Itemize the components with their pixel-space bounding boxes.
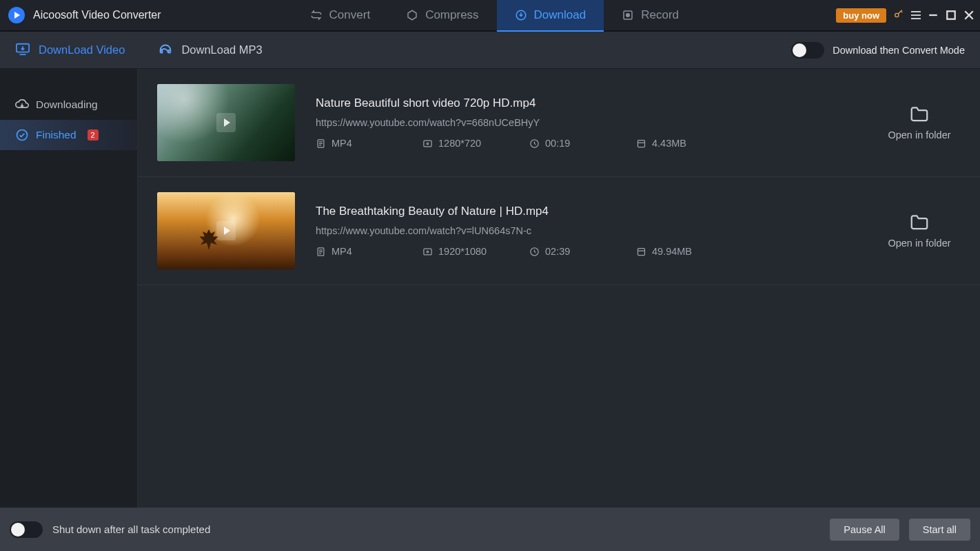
- maximize-button[interactable]: [946, 10, 957, 21]
- tab-compress[interactable]: Compress: [388, 0, 496, 30]
- shutdown-toggle[interactable]: [10, 521, 43, 538]
- svg-point-17: [427, 143, 429, 145]
- tab-download[interactable]: Download: [497, 0, 604, 30]
- check-circle-icon: [15, 128, 29, 142]
- video-meta: The Breathtaking Beauty of Nature | HD.m…: [316, 205, 857, 257]
- convert-icon: [310, 9, 323, 21]
- start-all-button[interactable]: Start all: [909, 519, 970, 541]
- svg-rect-25: [424, 249, 431, 255]
- titlebar-right: buy now: [836, 8, 980, 23]
- download-mp3-button[interactable]: DownLoad MP3: [158, 41, 262, 59]
- svg-rect-19: [638, 140, 645, 147]
- convert-mode-toggle-wrap: Download then Convert Mode: [791, 42, 965, 59]
- play-overlay-icon: [216, 221, 236, 240]
- svg-rect-6: [947, 11, 955, 19]
- svg-point-4: [895, 13, 899, 17]
- stat-size: 49.94MB: [636, 246, 702, 257]
- open-in-folder-button[interactable]: Open in folder: [878, 213, 961, 249]
- svg-rect-28: [638, 248, 645, 255]
- video-url: https://www.youtube.com/watch?v=lUN664s7…: [316, 225, 857, 236]
- buy-now-button[interactable]: buy now: [836, 8, 886, 23]
- minimize-button[interactable]: [928, 10, 939, 21]
- key-icon[interactable]: [893, 8, 904, 22]
- video-stats: MP4 1280*720 00:19 4.43MB: [316, 138, 857, 149]
- resolution-icon: [422, 247, 433, 257]
- svg-rect-16: [424, 141, 431, 147]
- video-title: The Breathtaking Beauty of Nature | HD.m…: [316, 205, 857, 218]
- menu-icon[interactable]: [911, 11, 921, 19]
- record-icon: [622, 9, 634, 21]
- download-row: Nature Beautiful short video 720p HD.mp4…: [138, 69, 980, 177]
- format-icon: [316, 247, 326, 257]
- body: Downloading Finished 2 Nature Beautiful …: [0, 69, 980, 508]
- tab-convert[interactable]: Convert: [292, 0, 389, 30]
- video-thumbnail[interactable]: [157, 84, 295, 161]
- download-icon: [515, 9, 527, 21]
- clock-icon: [529, 247, 540, 257]
- convert-mode-label: Download then Convert Mode: [833, 45, 965, 56]
- format-icon: [316, 138, 326, 149]
- video-thumbnail[interactable]: [157, 192, 295, 269]
- folder-icon: [909, 213, 930, 231]
- play-overlay-icon: [216, 113, 236, 132]
- stat-format: MP4: [316, 138, 381, 149]
- app-title: Aicoosoft Video Converter: [33, 9, 161, 21]
- subbar: DownLoad Video DownLoad MP3 Download the…: [0, 32, 980, 69]
- compress-icon: [406, 9, 418, 21]
- video-meta: Nature Beautiful short video 720p HD.mp4…: [316, 96, 857, 149]
- download-video-icon: [15, 42, 30, 59]
- content-list: Nature Beautiful short video 720p HD.mp4…: [138, 69, 980, 508]
- stat-format: MP4: [316, 246, 381, 257]
- sidebar: Downloading Finished 2: [0, 69, 138, 508]
- size-icon: [636, 247, 646, 257]
- download-video-label: DownLoad Video: [39, 43, 125, 56]
- shutdown-label: Shut down after all task completed: [52, 523, 210, 535]
- sidebar-downloading-label: Downloading: [36, 98, 98, 111]
- svg-point-26: [427, 251, 429, 253]
- sidebar-item-finished[interactable]: Finished 2: [0, 120, 137, 150]
- video-url: https://www.youtube.com/watch?v=668nUCeB…: [316, 117, 857, 128]
- video-title: Nature Beautiful short video 720p HD.mp4: [316, 96, 857, 110]
- cloud-download-icon: [15, 98, 29, 112]
- download-mp3-icon: [158, 41, 173, 59]
- titlebar: Aicoosoft Video Converter Convert Compre…: [0, 0, 980, 32]
- svg-marker-0: [408, 10, 416, 20]
- svg-point-3: [626, 14, 630, 17]
- tab-label: Download: [534, 8, 586, 22]
- open-in-folder-button[interactable]: Open in folder: [878, 105, 961, 141]
- download-row: The Breathtaking Beauty of Nature | HD.m…: [138, 177, 980, 285]
- tab-label: Record: [641, 8, 679, 22]
- stat-resolution: 1920*1080: [422, 246, 488, 257]
- sidebar-item-downloading[interactable]: Downloading: [0, 90, 137, 120]
- close-button[interactable]: [963, 10, 974, 21]
- finished-count-badge: 2: [88, 129, 99, 141]
- main-tabs: Convert Compress Download Record: [292, 0, 697, 30]
- tab-label: Compress: [425, 8, 478, 22]
- size-icon: [636, 138, 646, 149]
- stat-duration: 02:39: [529, 246, 595, 257]
- download-mp3-label: DownLoad MP3: [181, 43, 262, 56]
- footer: Shut down after all task completed Pause…: [0, 508, 980, 551]
- download-video-button[interactable]: DownLoad Video: [15, 42, 125, 59]
- svg-point-11: [17, 130, 28, 141]
- convert-mode-toggle[interactable]: [791, 42, 824, 59]
- clock-icon: [529, 138, 540, 149]
- pause-all-button[interactable]: Pause All: [830, 519, 899, 541]
- resolution-icon: [422, 138, 433, 149]
- app-logo-icon: [8, 7, 25, 23]
- stat-duration: 00:19: [529, 138, 595, 149]
- folder-icon: [909, 105, 930, 123]
- video-stats: MP4 1920*1080 02:39 49.94MB: [316, 246, 857, 257]
- stat-resolution: 1280*720: [422, 138, 488, 149]
- tab-label: Convert: [329, 8, 371, 22]
- sidebar-finished-label: Finished: [36, 129, 76, 141]
- stat-size: 4.43MB: [636, 138, 702, 149]
- tab-record[interactable]: Record: [604, 0, 697, 30]
